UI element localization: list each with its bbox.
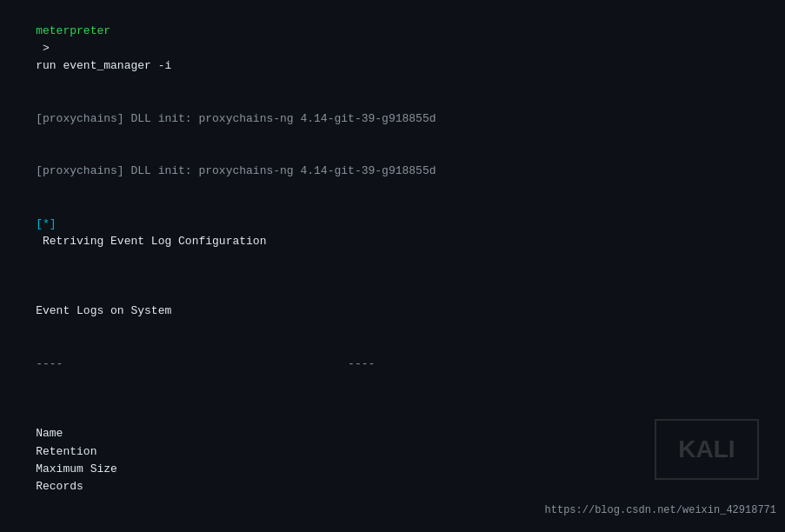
- prompt-label: meterpreter: [36, 24, 110, 37]
- url-watermark: https://blog.csdn.net/weixin_42918771: [545, 504, 776, 516]
- event-logs-header: Event Logs on System: [9, 285, 776, 337]
- kali-logo-watermark: KALI: [655, 419, 759, 480]
- proxychains-line-1: [proxychains] DLL init: proxychains-ng 4…: [9, 93, 776, 145]
- first-prompt-line: meterpreter > run event_manager -i: [9, 5, 776, 93]
- proxychains-line-2: [proxychains] DLL init: proxychains-ng 4…: [9, 145, 776, 197]
- blank-2: [9, 390, 776, 408]
- terminal-window: meterpreter > run event_manager -i [prox…: [0, 0, 785, 532]
- blank-1: [9, 268, 776, 285]
- divider-line: ---- ----: [9, 338, 776, 390]
- command1: run event_manager -i: [36, 59, 171, 72]
- retrieving-line: [*] Retriving Event Log Configuration: [9, 198, 776, 269]
